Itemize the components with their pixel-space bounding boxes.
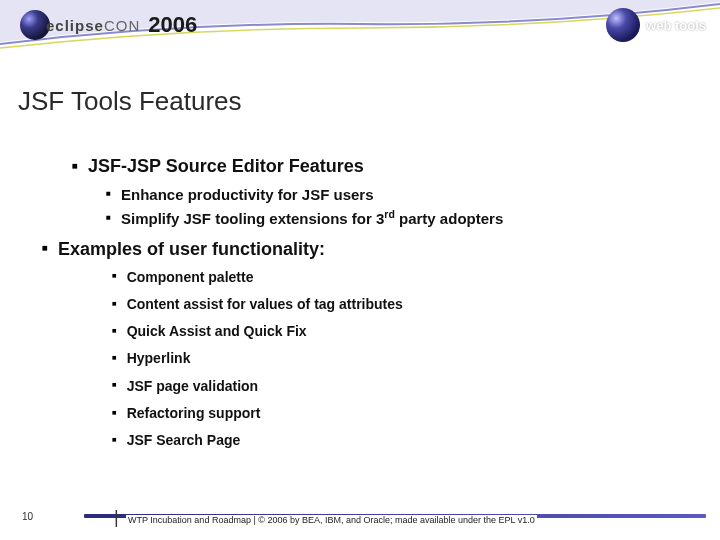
footer-copyright: WTP Incubation and Roadmap | © 2006 by B… [126,515,537,525]
bullet-level1: Examples of user functionality: [42,239,700,260]
bullet-level1: JSF-JSP Source Editor Features [72,156,700,177]
conference-year: 2006 [148,12,197,38]
bullet-level2: Enhance productivity for JSF users [106,183,700,206]
eclipsecon-logo: eclipseCON 2006 [20,10,197,40]
bullet-level3: JSF Search Page [112,427,700,454]
logo-text: eclipseCON [46,17,140,34]
webtools-text: web tools [646,18,706,33]
bullet-level3: Quick Assist and Quick Fix [112,318,700,345]
bullet-level3: Content assist for values of tag attribu… [112,291,700,318]
footer-divider: | [114,507,119,528]
slide-title: JSF Tools Features [18,86,242,117]
page-number: 10 [22,511,33,522]
bullet-level2: Simplify JSF tooling extensions for 3rd … [106,206,700,230]
web-tools-logo: web tools [606,8,706,42]
bullet-level3: JSF page validation [112,373,700,400]
webtools-orb-icon [606,8,640,42]
bullet-level3: Refactoring support [112,400,700,427]
slide-header: eclipseCON 2006 web tools [0,0,720,56]
bullet-level3: Hyperlink [112,345,700,372]
bullet-level3: Component palette [112,264,700,291]
slide-content: JSF-JSP Source Editor Features Enhance p… [72,156,700,455]
